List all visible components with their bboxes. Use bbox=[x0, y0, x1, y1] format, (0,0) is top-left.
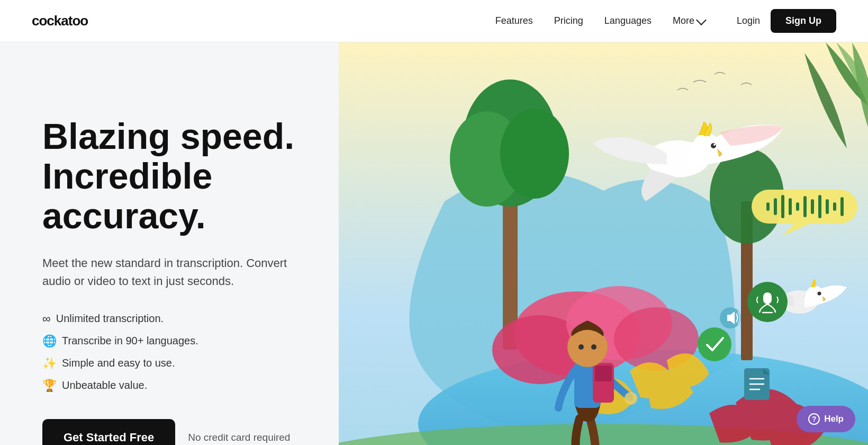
svg-point-14 bbox=[692, 134, 721, 163]
infinity-icon: ∞ bbox=[42, 312, 51, 326]
login-button[interactable]: Login bbox=[737, 15, 760, 26]
svg-point-35 bbox=[698, 327, 731, 361]
svg-point-49 bbox=[578, 344, 584, 350]
feature-item-easy: ✨ Simple and easy to use. bbox=[42, 357, 360, 370]
feature-item-languages: 🌐 Transcribe in 90+ languages. bbox=[42, 334, 360, 348]
svg-rect-22 bbox=[796, 202, 799, 211]
svg-rect-18 bbox=[766, 202, 770, 211]
globe-icon: 🌐 bbox=[42, 334, 57, 348]
sparkles-icon: ✨ bbox=[42, 357, 57, 370]
nav-item-features[interactable]: Features bbox=[495, 15, 533, 26]
svg-rect-28 bbox=[840, 197, 844, 216]
svg-rect-33 bbox=[763, 292, 772, 304]
feature-text: Unlimited transcription. bbox=[56, 313, 164, 325]
help-label: Help bbox=[824, 414, 844, 424]
nav-link-pricing[interactable]: Pricing bbox=[554, 15, 583, 26]
hero-section: Blazing speed. Incredible accuracy. Meet… bbox=[0, 42, 868, 445]
hero-title: Blazing speed. Incredible accuracy. bbox=[42, 117, 360, 235]
nav-item-pricing[interactable]: Pricing bbox=[554, 15, 583, 26]
get-started-button[interactable]: Get Started Free bbox=[42, 419, 175, 445]
svg-point-6 bbox=[500, 109, 569, 199]
hero-illustration bbox=[339, 42, 868, 445]
svg-point-50 bbox=[591, 344, 596, 350]
help-button[interactable]: ? Help bbox=[797, 406, 855, 432]
feature-text: Simple and easy to use. bbox=[62, 357, 175, 369]
svg-rect-19 bbox=[774, 198, 777, 215]
nav-link-features[interactable]: Features bbox=[495, 15, 533, 26]
svg-point-30 bbox=[806, 286, 825, 305]
svg-rect-20 bbox=[781, 195, 784, 218]
hero-features-list: ∞ Unlimited transcription. 🌐 Transcribe … bbox=[42, 312, 360, 393]
svg-rect-47 bbox=[595, 366, 612, 381]
hero-cta: Get Started Free No credit card required bbox=[42, 419, 360, 445]
svg-rect-25 bbox=[818, 195, 821, 218]
feature-item-unlimited: ∞ Unlimited transcription. bbox=[42, 312, 360, 326]
nav-link-more: More bbox=[673, 15, 694, 26]
hero-subtitle: Meet the new standard in transcription. … bbox=[42, 254, 296, 290]
nav-actions: Login Sign Up bbox=[737, 9, 836, 33]
svg-point-31 bbox=[818, 292, 821, 296]
nav-item-more[interactable]: More bbox=[673, 15, 705, 26]
nav-item-languages[interactable]: Languages bbox=[604, 15, 652, 26]
svg-rect-21 bbox=[789, 198, 792, 215]
feature-text: Transcribe in 90+ languages. bbox=[62, 335, 198, 347]
svg-point-16 bbox=[713, 144, 716, 146]
svg-rect-27 bbox=[833, 202, 836, 211]
hero-content: Blazing speed. Incredible accuracy. Meet… bbox=[42, 85, 360, 445]
svg-rect-23 bbox=[803, 196, 807, 217]
svg-rect-26 bbox=[826, 199, 829, 214]
logo[interactable]: cockatoo bbox=[32, 13, 88, 29]
nav-link-languages[interactable]: Languages bbox=[604, 15, 652, 26]
help-icon: ? bbox=[808, 413, 820, 425]
svg-point-15 bbox=[711, 143, 716, 148]
signup-button[interactable]: Sign Up bbox=[771, 9, 836, 33]
no-credit-note: No credit card required bbox=[188, 432, 290, 443]
svg-point-45 bbox=[625, 392, 637, 405]
navbar: cockatoo Features Pricing Languages More… bbox=[0, 0, 868, 42]
nav-links: Features Pricing Languages More bbox=[495, 15, 705, 26]
svg-rect-24 bbox=[811, 199, 814, 214]
feature-item-value: 🏆 Unbeatable value. bbox=[42, 379, 360, 393]
trophy-icon: 🏆 bbox=[42, 379, 57, 393]
feature-text: Unbeatable value. bbox=[62, 379, 147, 391]
chevron-down-icon bbox=[696, 15, 707, 25]
